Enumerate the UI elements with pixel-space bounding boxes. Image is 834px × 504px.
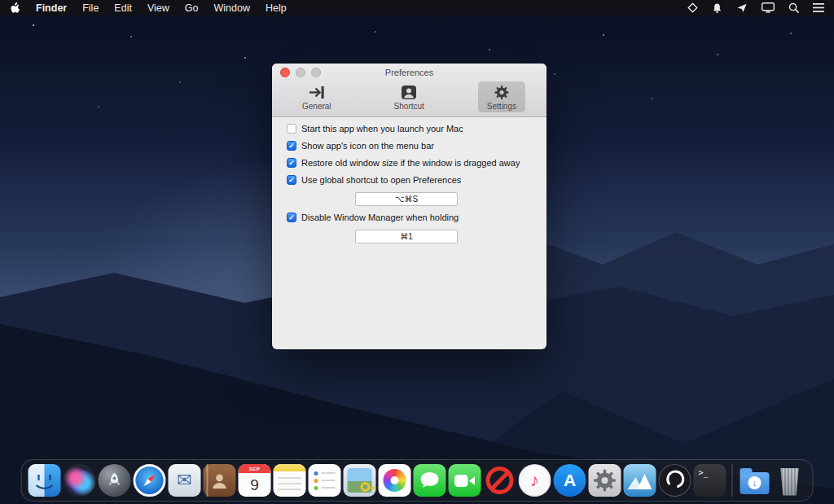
toolbar-tabs: General Shortcut Settings <box>272 81 546 116</box>
contacts-dock-icon[interactable] <box>204 464 236 497</box>
tab-shortcut[interactable]: Shortcut <box>385 81 433 112</box>
menu-item-window[interactable]: Window <box>213 2 249 14</box>
siri-dock-icon[interactable] <box>64 464 96 497</box>
dock: ✉ SEP 9 <box>21 459 814 502</box>
desktop: Finder File Edit View Go Window Help <box>0 0 834 504</box>
preferences-window: Preferences General Shortcut <box>272 64 546 349</box>
checkbox-row-global-shortcut: Use global shortcut to open Preferences <box>287 175 535 185</box>
calendar-month: SEP <box>239 464 271 473</box>
safari-dock-icon[interactable] <box>134 464 166 497</box>
disable-wm-field-row <box>355 230 535 243</box>
dock-separator <box>732 464 733 497</box>
checkbox-row-menubar-icon: Show app's icon on the menu bar <box>287 141 535 151</box>
display-status-icon[interactable] <box>762 2 775 13</box>
notes-band <box>274 464 306 471</box>
apple-menu-icon[interactable] <box>10 2 20 14</box>
launchpad-dock-icon[interactable] <box>99 464 131 497</box>
terminal-prompt: >_ <box>694 464 709 477</box>
downloads-folder-dock-icon[interactable]: ↓ <box>739 464 771 497</box>
disable-wm-input[interactable] <box>355 230 458 243</box>
music-note-icon: ♪ <box>530 470 539 491</box>
global-shortcut-checkbox-label: Use global shortcut to open Preferences <box>301 175 461 185</box>
title-bar[interactable]: Preferences <box>272 64 546 81</box>
mail-dock-icon[interactable]: ✉ <box>169 464 201 497</box>
finder-dock-icon[interactable] <box>29 464 61 497</box>
app-store-letter: A <box>564 471 576 490</box>
launch-checkbox[interactable] <box>287 124 296 134</box>
disable-wm-checkbox[interactable] <box>287 213 296 222</box>
restore-size-checkbox-label: Restore old window size if the window is… <box>301 158 520 168</box>
trash-can-icon <box>779 468 801 496</box>
minimize-button[interactable] <box>296 68 305 77</box>
tab-general[interactable]: General <box>293 81 340 112</box>
menu-item-go[interactable]: Go <box>185 2 199 14</box>
menu-item-edit[interactable]: Edit <box>114 2 132 14</box>
menu-app-name[interactable]: Finder <box>36 2 67 14</box>
launch-checkbox-label: Start this app when you launch your Mac <box>301 124 463 134</box>
blocked-app-dock-icon[interactable] <box>484 464 516 497</box>
menubar-icon-checkbox-label: Show app's icon on the menu bar <box>301 141 434 151</box>
checkbox-row-restore-size: Restore old window size if the window is… <box>287 158 535 168</box>
keychain-access-dock-icon[interactable] <box>344 464 376 497</box>
prohibited-icon <box>486 467 514 494</box>
switcher-status-icon[interactable] <box>813 3 824 12</box>
app-store-dock-icon[interactable]: A <box>554 464 586 497</box>
tab-general-label: General <box>302 102 331 111</box>
photos-dock-icon[interactable] <box>379 464 411 497</box>
notes-lines <box>274 471 306 497</box>
login-arrow-icon <box>308 85 326 100</box>
cube-status-icon[interactable] <box>687 2 698 13</box>
trash-dock-icon[interactable] <box>774 464 806 497</box>
spotlight-search-icon[interactable] <box>788 2 799 13</box>
paperplane-status-icon[interactable] <box>736 2 748 13</box>
mountain-app-dock-icon[interactable] <box>624 464 656 497</box>
reminders-dock-icon[interactable] <box>309 464 341 497</box>
folder-icon: ↓ <box>740 472 770 494</box>
window-manager-app-dock-icon[interactable] <box>659 464 691 497</box>
facetime-dock-icon[interactable] <box>449 464 481 497</box>
key-icon <box>361 482 371 492</box>
menubar-icon-checkbox[interactable] <box>287 141 296 151</box>
envelope-icon: ✉ <box>177 470 191 491</box>
global-shortcut-input[interactable] <box>355 192 458 206</box>
menu-bar: Finder File Edit View Go Window Help <box>0 0 834 15</box>
terminal-dock-icon[interactable]: >_ <box>694 464 726 497</box>
reminders-rows <box>314 468 336 493</box>
menu-item-help[interactable]: Help <box>266 2 287 14</box>
window-title: Preferences <box>385 68 433 77</box>
close-button[interactable] <box>280 68 290 77</box>
global-shortcut-field-row <box>355 192 535 206</box>
checkbox-row-launch: Start this app when you launch your Mac <box>287 124 535 134</box>
notes-dock-icon[interactable] <box>274 464 306 497</box>
messages-dock-icon[interactable] <box>414 464 446 497</box>
global-shortcut-checkbox[interactable] <box>287 175 296 185</box>
restore-size-checkbox[interactable] <box>287 158 296 168</box>
itunes-dock-icon[interactable]: ♪ <box>519 464 551 497</box>
calendar-dock-icon[interactable]: SEP 9 <box>239 464 271 497</box>
menu-item-file[interactable]: File <box>82 2 99 14</box>
tab-settings[interactable]: Settings <box>478 81 525 112</box>
calendar-day: 9 <box>239 473 271 497</box>
menu-item-view[interactable]: View <box>147 2 169 14</box>
person-icon <box>401 85 417 100</box>
settings-content: Start this app when you launch your Mac … <box>272 117 546 243</box>
checkbox-row-disable-wm: Disable Window Manager when holding <box>287 213 535 222</box>
tab-settings-label: Settings <box>487 102 516 111</box>
gear-icon <box>494 85 510 100</box>
system-preferences-dock-icon[interactable] <box>589 464 621 497</box>
photos-flower-icon <box>384 469 406 492</box>
zoom-button[interactable] <box>311 68 321 77</box>
tab-shortcut-label: Shortcut <box>394 102 424 111</box>
disable-wm-checkbox-label: Disable Window Manager when holding <box>301 213 459 222</box>
bell-status-icon[interactable] <box>712 2 722 14</box>
download-arrow-icon: ↓ <box>748 476 762 489</box>
window-chrome: Preferences General Shortcut <box>272 64 546 117</box>
